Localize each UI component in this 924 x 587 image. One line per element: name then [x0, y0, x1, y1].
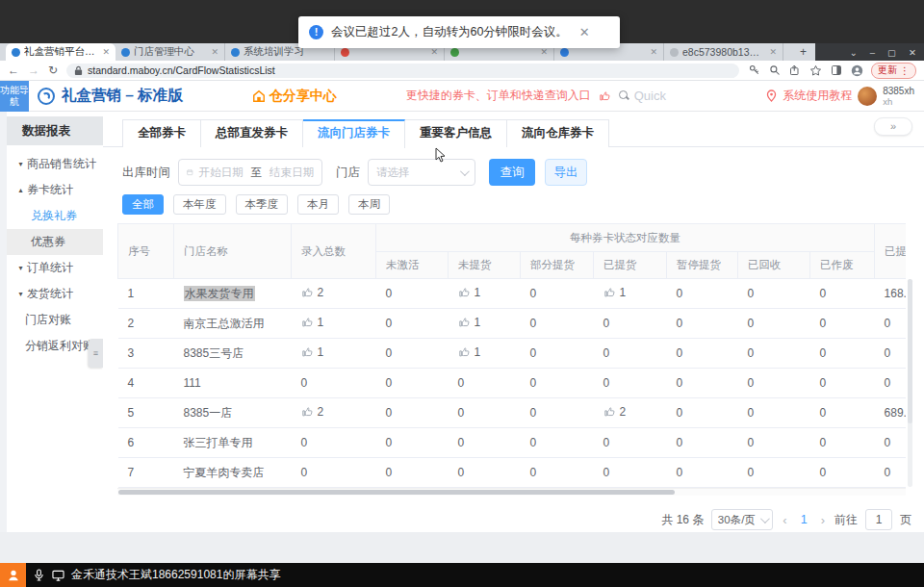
store-name-text[interactable]: 宁夏羊肉专卖店 — [184, 466, 265, 479]
browser-tab[interactable]: e8c573980b1328a2586d2e6✕ — [664, 43, 783, 61]
collapse-pill-button[interactable]: » — [874, 117, 912, 136]
content-tab[interactable]: 流向门店券卡 — [303, 119, 405, 148]
new-tab-button[interactable]: + — [797, 46, 809, 59]
user-avatar[interactable] — [858, 87, 877, 106]
col-header-no: 序号 — [118, 224, 174, 279]
username-sub: xh — [883, 96, 914, 107]
sidebar-item[interactable]: 兑换礼券 — [7, 203, 103, 229]
hscroll-thumb[interactable] — [118, 490, 675, 495]
content-tab[interactable]: 重要客户信息 — [405, 119, 507, 147]
quick-search-icon[interactable] — [619, 90, 629, 101]
store-name-text[interactable]: 111 — [184, 376, 201, 390]
store-name-text[interactable]: 8385三号店 — [184, 346, 244, 360]
menu-dots-icon[interactable]: ⋮ — [900, 65, 910, 76]
address-bar[interactable]: standard.maboy.cn/CardFlowStatisticsList — [66, 64, 739, 78]
count-with-hand-icon[interactable]: 1 — [458, 316, 481, 329]
bookmark-star-icon[interactable] — [809, 64, 822, 77]
browser-update-button[interactable]: 更新 ⋮ — [871, 63, 916, 79]
microphone-icon[interactable] — [34, 569, 44, 581]
tutorial-link[interactable]: 系统使用教程 — [783, 88, 852, 104]
reading-mode-icon[interactable] — [831, 64, 842, 76]
close-icon[interactable]: ✕ — [909, 47, 916, 58]
store-name-text[interactable]: 南京王总激活用 — [184, 317, 265, 330]
count-with-hand-icon[interactable]: 1 — [458, 345, 481, 359]
cell-value: 2 — [292, 279, 376, 309]
vscroll-thumb[interactable] — [908, 279, 912, 423]
hand-count-icon — [458, 345, 471, 358]
tab-close-icon[interactable]: ✕ — [211, 47, 218, 57]
reload-icon[interactable]: ↻ — [48, 64, 58, 77]
content-tab[interactable]: 总部直发券卡 — [201, 119, 303, 147]
count-with-hand-icon[interactable]: 2 — [301, 405, 324, 419]
store-name-text[interactable]: 张三打单专用 — [184, 436, 253, 449]
tab-close-icon[interactable]: ✕ — [650, 47, 657, 57]
sidebar-item[interactable]: 优惠券 — [7, 229, 103, 255]
date-range-input[interactable]: 开始日期 至 结束日期 — [178, 159, 322, 186]
profile-icon[interactable] — [851, 64, 863, 77]
cell-value: 2 — [594, 398, 667, 428]
sidebar-item[interactable]: 门店对账 — [7, 307, 103, 333]
quick-filter-button[interactable]: 本周 — [348, 194, 390, 215]
toast-text: 会议已超过2人，自动转为60分钟限时会议。 — [331, 24, 568, 40]
sidebar-item[interactable]: ▾订单统计 — [7, 255, 103, 281]
goto-page-input[interactable] — [865, 509, 892, 530]
screen-share-icon[interactable] — [52, 570, 64, 581]
key-icon[interactable] — [749, 64, 760, 76]
browser-tab[interactable]: 门店管理中心✕ — [116, 43, 225, 61]
count-with-hand-icon[interactable]: 1 — [458, 286, 481, 299]
cell-value: 0 — [376, 309, 449, 339]
quick-filter-button[interactable]: 本年度 — [173, 194, 226, 215]
tab-close-icon[interactable]: ✕ — [102, 47, 110, 57]
cell-value: 0 — [667, 309, 738, 339]
sidebar-item[interactable]: ▾发货统计 — [7, 281, 103, 307]
tabsearch-chevron-icon[interactable]: ⌄ — [850, 47, 858, 58]
zoom-icon[interactable] — [769, 64, 781, 76]
content-tab[interactable]: 全部券卡 — [122, 119, 201, 147]
sidebar-collapse-handle[interactable]: ≡ — [89, 339, 103, 368]
browser-tab[interactable]: 礼盒营销平台管理中心✕ — [6, 43, 116, 61]
function-nav-button[interactable]: 功能导航 — [0, 81, 29, 112]
prev-page-button[interactable]: ‹ — [781, 513, 788, 527]
sidebar-item[interactable]: ▴券卡统计 — [7, 177, 103, 203]
hand-count-icon — [301, 405, 314, 418]
horizontal-scrollbar[interactable] — [117, 488, 906, 496]
sidebar-item[interactable]: ▾商品销售统计 — [7, 151, 103, 177]
tab-close-icon[interactable]: ✕ — [769, 47, 777, 57]
quick-search-label[interactable]: Quick — [634, 89, 666, 103]
page-size-select[interactable]: 30条/页 — [711, 509, 773, 530]
app-title: 礼盒营销 – 标准版 — [62, 86, 183, 106]
search-button[interactable]: 查询 — [489, 159, 535, 186]
maximize-icon[interactable]: ▢ — [887, 47, 896, 58]
content-tab[interactable]: 流向仓库券卡 — [507, 119, 609, 147]
share-center-link[interactable]: 仓分享中心 — [252, 88, 337, 105]
current-page[interactable]: 1 — [797, 513, 811, 526]
tab-close-icon[interactable]: ✕ — [540, 47, 548, 57]
minimize-icon[interactable]: – — [870, 47, 875, 58]
quick-filter-button[interactable]: 全部 — [122, 194, 164, 215]
count-with-hand-icon[interactable]: 1 — [301, 345, 324, 359]
cell-value: 0 — [594, 428, 667, 458]
sidebar-item-label: 发货统计 — [27, 281, 73, 307]
back-icon[interactable]: ← — [8, 64, 19, 77]
tab-close-icon[interactable]: ✕ — [430, 47, 438, 57]
share-icon[interactable] — [789, 64, 801, 76]
quick-filter-button[interactable]: 本月 — [297, 194, 339, 215]
total-count: 共 16 条 — [661, 512, 704, 528]
toast-close-icon[interactable]: ✕ — [579, 25, 590, 39]
next-page-button[interactable]: › — [819, 513, 827, 527]
store-name-text[interactable]: 水果发货专用 — [184, 286, 255, 301]
screen-share-bar: 金禾通技术王斌18662591081的屏幕共享 — [0, 563, 924, 587]
forward-icon[interactable]: → — [28, 64, 39, 77]
app-header: 功能导航 礼盒营销 – 标准版 仓分享中心 更快捷的券卡、订单和快递查询入口 Q… — [0, 81, 924, 112]
count-with-hand-icon[interactable]: 2 — [301, 286, 324, 299]
store-name-text[interactable]: 8385一店 — [184, 406, 233, 420]
export-button[interactable]: 导出 — [545, 159, 587, 186]
cell-value: 0 — [376, 428, 449, 458]
count-with-hand-icon[interactable]: 1 — [603, 286, 627, 299]
count-with-hand-icon[interactable]: 1 — [301, 316, 324, 329]
count-with-hand-icon[interactable]: 2 — [603, 405, 627, 419]
quick-filter-button[interactable]: 本季度 — [236, 194, 289, 215]
store-select[interactable]: 请选择 — [368, 159, 475, 186]
cell-value: 0 — [594, 309, 667, 339]
vertical-scrollbar[interactable] — [908, 279, 912, 487]
